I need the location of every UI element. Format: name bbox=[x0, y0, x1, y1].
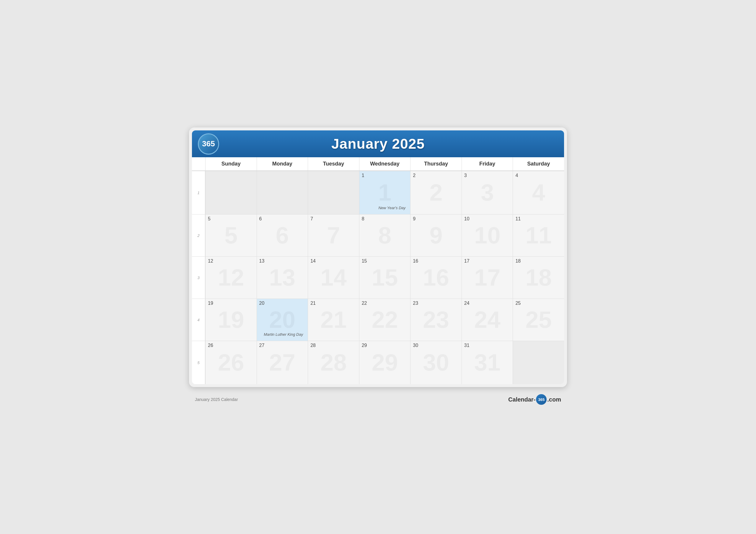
day-number: 8 bbox=[362, 216, 408, 221]
footer-365: 365 bbox=[536, 394, 547, 405]
day-cell-23: 2323 bbox=[410, 298, 462, 341]
day-headers-row: Sunday Monday Tuesday Wednesday Thursday… bbox=[192, 157, 564, 171]
day-number: 24 bbox=[464, 301, 511, 306]
day-cell-10: 1010 bbox=[462, 214, 513, 256]
day-cell-27: 2727 bbox=[256, 341, 308, 384]
week-num-header bbox=[192, 157, 205, 170]
day-cell-8: 88 bbox=[359, 214, 411, 256]
day-cell-empty bbox=[256, 171, 308, 214]
footer: January 2025 Calendar Calendar- 365 .com bbox=[189, 390, 567, 407]
day-cell-7: 77 bbox=[308, 214, 359, 256]
footer-suffix: .com bbox=[547, 396, 561, 403]
day-cell-1: 11New Year's Day bbox=[359, 171, 411, 214]
day-cell-empty bbox=[513, 341, 564, 384]
day-number: 25 bbox=[515, 301, 562, 306]
week-number-3: 3 bbox=[192, 256, 205, 298]
day-watermark: 7 bbox=[327, 222, 340, 249]
calendar-header: 365 January 2025 bbox=[192, 130, 564, 157]
day-cell-4: 44 bbox=[513, 171, 564, 214]
day-cell-22: 2222 bbox=[359, 298, 411, 341]
day-number: 20 bbox=[259, 301, 306, 306]
day-cell-6: 66 bbox=[256, 214, 308, 256]
header-saturday: Saturday bbox=[513, 157, 564, 170]
day-watermark: 20 bbox=[269, 306, 295, 333]
day-watermark: 31 bbox=[474, 349, 500, 376]
day-cell-3: 33 bbox=[462, 171, 513, 214]
day-cell-28: 2828 bbox=[308, 341, 359, 384]
day-watermark: 25 bbox=[526, 306, 552, 333]
day-watermark: 18 bbox=[526, 264, 552, 291]
day-watermark: 1 bbox=[378, 179, 392, 206]
week-number-1: 1 bbox=[192, 171, 205, 214]
day-watermark: 26 bbox=[218, 349, 244, 376]
day-watermark: 17 bbox=[474, 264, 500, 291]
day-number: 22 bbox=[362, 301, 408, 306]
footer-brand: Calendar- bbox=[508, 396, 535, 403]
header-sunday: Sunday bbox=[205, 157, 256, 170]
day-watermark: 10 bbox=[474, 222, 500, 249]
day-watermark: 30 bbox=[423, 349, 449, 376]
day-number: 31 bbox=[464, 343, 511, 348]
day-number: 2 bbox=[413, 173, 459, 178]
day-watermark: 3 bbox=[481, 179, 494, 206]
day-cell-14: 1414 bbox=[308, 256, 359, 298]
day-number: 30 bbox=[413, 343, 459, 348]
day-cell-24: 2424 bbox=[462, 298, 513, 341]
day-number: 19 bbox=[208, 301, 254, 306]
day-watermark: 12 bbox=[218, 264, 244, 291]
day-watermark: 15 bbox=[371, 264, 398, 291]
header-tuesday: Tuesday bbox=[308, 157, 359, 170]
calendar-title: January 2025 bbox=[201, 136, 555, 152]
footer-label: January 2025 Calendar bbox=[195, 397, 238, 402]
day-watermark: 11 bbox=[526, 222, 552, 249]
day-number: 18 bbox=[515, 258, 562, 264]
day-watermark: 21 bbox=[320, 306, 347, 333]
day-number: 15 bbox=[362, 258, 408, 264]
day-number: 12 bbox=[208, 258, 254, 264]
day-cell-5: 55 bbox=[205, 214, 256, 256]
day-number: 26 bbox=[208, 343, 254, 348]
day-watermark: 24 bbox=[474, 306, 500, 333]
day-number: 6 bbox=[259, 216, 306, 221]
day-cell-11: 1111 bbox=[513, 214, 564, 256]
day-cell-26: 2626 bbox=[205, 341, 256, 384]
day-cell-2: 22 bbox=[410, 171, 462, 214]
day-watermark: 4 bbox=[532, 179, 545, 206]
day-cell-20: 2020Martin Luther King Day bbox=[256, 298, 308, 341]
day-number: 23 bbox=[413, 301, 459, 306]
calendar-grid: 111New Year's Day22334425566778899101011… bbox=[192, 171, 564, 384]
day-cell-17: 1717 bbox=[462, 256, 513, 298]
day-number: 3 bbox=[464, 173, 511, 178]
day-cell-19: 1919 bbox=[205, 298, 256, 341]
calendar-footer: January 2025 Calendar Calendar- 365 .com bbox=[189, 390, 567, 407]
logo-badge: 365 bbox=[198, 133, 219, 155]
day-cell-25: 2525 bbox=[513, 298, 564, 341]
day-number: 10 bbox=[464, 216, 511, 221]
day-number: 5 bbox=[208, 216, 254, 221]
week-number-5: 5 bbox=[192, 341, 205, 384]
day-number: 1 bbox=[362, 173, 408, 178]
day-number: 13 bbox=[259, 258, 306, 264]
day-number: 17 bbox=[464, 258, 511, 264]
day-cell-29: 2929 bbox=[359, 341, 411, 384]
holiday-name: New Year's Day bbox=[378, 206, 405, 210]
day-watermark: 2 bbox=[429, 179, 443, 206]
day-cell-15: 1515 bbox=[359, 256, 411, 298]
day-cell-31: 3131 bbox=[462, 341, 513, 384]
day-cell-18: 1818 bbox=[513, 256, 564, 298]
header-friday: Friday bbox=[462, 157, 513, 170]
day-watermark: 27 bbox=[269, 349, 295, 376]
day-cell-12: 1212 bbox=[205, 256, 256, 298]
day-watermark: 29 bbox=[371, 349, 398, 376]
day-number: 21 bbox=[310, 301, 357, 306]
day-cell-30: 3030 bbox=[410, 341, 462, 384]
day-cell-empty bbox=[308, 171, 359, 214]
holiday-name: Martin Luther King Day bbox=[264, 332, 303, 337]
footer-logo: Calendar- 365 .com bbox=[508, 394, 561, 405]
day-watermark: 28 bbox=[320, 349, 347, 376]
day-cell-13: 1313 bbox=[256, 256, 308, 298]
calendar-body: Sunday Monday Tuesday Wednesday Thursday… bbox=[192, 157, 564, 384]
day-number: 11 bbox=[515, 216, 562, 221]
day-number: 14 bbox=[310, 258, 357, 264]
day-number: 9 bbox=[413, 216, 459, 221]
